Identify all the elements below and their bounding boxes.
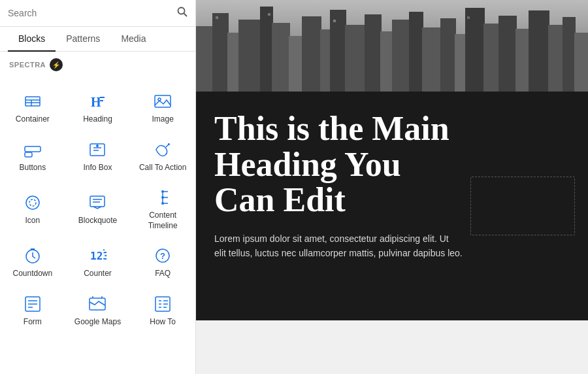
block-row-4: Countdown 123 Counter ? FAQ (0, 237, 195, 286)
hero-section: This is the Main Heading You Can Edit Lo… (196, 92, 588, 320)
block-label-info-box: Info Box (83, 163, 112, 173)
google-maps-icon (88, 295, 106, 313)
spectra-badge-icon: ⚡ (50, 58, 63, 71)
sidebar: Blocks Patterns Media SPECTRA ⚡ Containe… (0, 0, 196, 374)
block-label-how-to: How To (150, 317, 176, 328)
block-item-container[interactable]: Container (0, 83, 65, 131)
search-input[interactable] (8, 8, 172, 18)
svg-rect-54 (238, 20, 261, 92)
search-icon[interactable] (177, 7, 188, 20)
block-label-icon: Icon (25, 216, 40, 226)
block-item-call-to-action[interactable]: Call To Action (130, 131, 195, 180)
svg-rect-76 (574, 33, 588, 92)
svg-text:123: 123 (90, 250, 106, 262)
svg-rect-71 (498, 16, 517, 92)
city-image (196, 0, 588, 92)
block-item-google-maps[interactable]: Google Maps (65, 286, 131, 334)
block-label-call-to-action: Call To Action (139, 163, 187, 173)
svg-rect-67 (440, 18, 456, 92)
svg-rect-74 (548, 25, 564, 92)
svg-point-0 (178, 8, 185, 14)
call-to-action-icon (154, 141, 172, 159)
block-label-container: Container (16, 114, 50, 125)
block-label-image: Image (152, 114, 173, 125)
heading-icon: H (88, 92, 106, 110)
block-item-content-timeline[interactable]: Content Timeline (130, 179, 195, 237)
svg-rect-64 (392, 20, 410, 92)
tab-blocks[interactable]: Blocks (8, 27, 56, 52)
svg-rect-63 (380, 31, 393, 92)
block-item-info-box[interactable]: Info Box (65, 131, 131, 180)
block-item-buttons[interactable]: Buttons (0, 131, 65, 180)
tab-patterns[interactable]: Patterns (56, 27, 110, 52)
image-icon (154, 92, 172, 110)
svg-rect-55 (260, 7, 273, 92)
svg-line-1 (184, 14, 188, 17)
block-row-2: Buttons Info Box Call To Action (0, 131, 195, 180)
svg-text:H: H (91, 95, 101, 109)
block-row-3: Icon Blockquote Content Timeline (0, 179, 195, 237)
svg-rect-78 (268, 13, 270, 16)
counter-icon: 123 (88, 246, 106, 265)
block-label-counter: Counter (84, 269, 112, 279)
block-label-google-maps: Google Maps (74, 317, 121, 328)
svg-rect-69 (465, 8, 485, 92)
svg-rect-20 (90, 196, 105, 207)
svg-rect-77 (216, 16, 218, 19)
block-label-buttons: Buttons (19, 163, 46, 173)
svg-rect-68 (455, 34, 466, 92)
spectra-text: SPECTRA (9, 61, 46, 69)
svg-rect-66 (422, 27, 442, 92)
tab-media[interactable]: Media (110, 27, 156, 52)
block-item-countdown[interactable]: Countdown (0, 237, 65, 286)
countdown-icon (24, 246, 42, 265)
block-label-heading: Heading (83, 114, 112, 125)
svg-rect-72 (515, 29, 530, 92)
blocks-grid: Container H Heading Image Button (0, 78, 195, 374)
svg-rect-52 (212, 13, 229, 92)
info-box-icon (88, 141, 106, 159)
svg-rect-11 (25, 146, 41, 152)
block-label-countdown: Countdown (12, 269, 52, 279)
icon-icon (24, 194, 42, 212)
svg-rect-57 (289, 36, 303, 92)
form-icon (24, 295, 42, 313)
tabs-bar: Blocks Patterns Media (0, 27, 195, 52)
body-text: Lorem ipsum dolor sit amet, consectetur … (214, 231, 463, 261)
svg-text:?: ? (160, 251, 165, 261)
main-heading: This is the Main Heading You Can Edit (214, 111, 463, 218)
block-label-form: Form (24, 317, 42, 328)
block-label-content-timeline: Content Timeline (135, 211, 190, 231)
block-label-blockquote: Blockquote (78, 216, 117, 226)
block-item-heading[interactable]: H Heading (65, 83, 131, 131)
svg-rect-58 (302, 16, 321, 92)
block-row-5: Form Google Maps How To (0, 286, 195, 334)
block-item-blockquote[interactable]: Blockquote (65, 179, 131, 237)
block-item-counter[interactable]: 123 Counter (65, 237, 131, 286)
svg-rect-79 (333, 20, 336, 22)
svg-point-18 (26, 196, 39, 209)
skyline-svg (196, 0, 588, 92)
svg-point-17 (96, 144, 99, 147)
block-label-faq: FAQ (155, 269, 171, 279)
block-item-image[interactable]: Image (130, 83, 195, 131)
svg-point-19 (29, 199, 36, 206)
svg-rect-61 (345, 25, 366, 92)
svg-rect-73 (529, 10, 549, 92)
svg-rect-60 (330, 10, 346, 92)
block-item-how-to[interactable]: How To (130, 286, 195, 334)
blockquote-icon (88, 194, 106, 212)
how-to-icon (154, 295, 172, 313)
search-bar (0, 0, 195, 27)
svg-rect-62 (365, 14, 382, 92)
block-row-1: Container H Heading Image (0, 83, 195, 131)
svg-rect-75 (563, 17, 576, 92)
container-icon (24, 92, 42, 110)
faq-icon: ? (154, 246, 172, 265)
block-item-icon[interactable]: Icon (0, 179, 65, 237)
dotted-placeholder-box (470, 177, 575, 235)
block-item-form[interactable]: Form (0, 286, 65, 334)
block-item-faq[interactable]: ? FAQ (130, 237, 195, 286)
svg-rect-56 (272, 23, 290, 92)
svg-rect-2 (25, 97, 40, 106)
